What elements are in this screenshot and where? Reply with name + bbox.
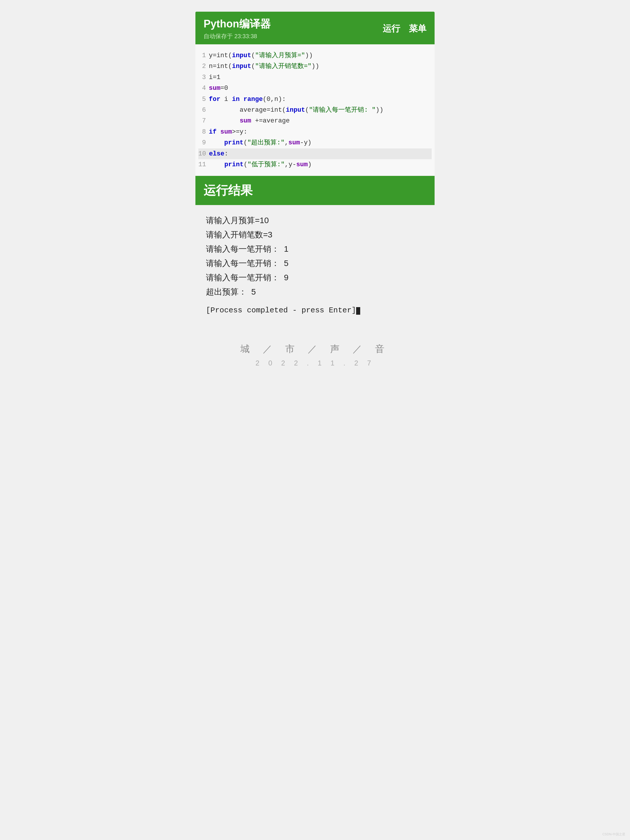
code-content-8: if sum>=y:	[209, 126, 247, 137]
app-title: Python编译器	[204, 17, 271, 31]
code-line-11: 11 print("低于预算:",y-sum)	[198, 159, 432, 170]
code-line-4: 4 sum=0	[198, 83, 432, 94]
app-container: Python编译器 自动保存于 23:33:38 运行 菜单 1 y=int(i…	[196, 12, 434, 325]
code-content-7: sum +=average	[209, 115, 290, 126]
process-text: [Process completed - press Enter]	[206, 306, 356, 315]
line-num-8: 8	[198, 126, 209, 137]
line-num-10: 10	[198, 148, 209, 159]
code-content-10: else:	[209, 148, 228, 159]
code-content-1: y=int(input("请输入月预算="))	[209, 50, 313, 61]
output-line-4: 请输入每一笔开销： 5	[206, 256, 424, 270]
code-line-2: 2 n=int(input("请输入开销笔数="))	[198, 61, 432, 72]
output-line-3: 请输入每一笔开销： 1	[206, 242, 424, 256]
code-content-6: average=int(input("请输入每一笔开销: "))	[209, 105, 383, 115]
code-content-3: i=1	[209, 72, 221, 83]
header-left: Python编译器 自动保存于 23:33:38	[204, 17, 271, 40]
run-button[interactable]: 运行	[383, 23, 400, 35]
code-content-11: print("低于预算:",y-sum)	[209, 159, 311, 170]
line-num-6: 6	[198, 105, 209, 115]
code-content-4: sum=0	[209, 83, 228, 94]
code-line-10: 10 else:	[198, 148, 432, 159]
code-content-5: for i in range(0,n):	[209, 94, 286, 105]
code-line-6: 6 average=int(input("请输入每一笔开销: "))	[198, 105, 432, 115]
line-num-7: 7	[198, 115, 209, 126]
output-line-2: 请输入开销笔数=3	[206, 227, 424, 242]
line-num-1: 1	[198, 50, 209, 61]
line-num-4: 4	[198, 83, 209, 94]
code-editor: 1 y=int(input("请输入月预算=")) 2 n=int(input(…	[196, 44, 434, 176]
code-content-2: n=int(input("请输入开销笔数="))	[209, 61, 319, 72]
process-line: [Process completed - press Enter]	[206, 306, 424, 315]
output-line-6: 超出预算： 5	[206, 285, 424, 299]
footer-title: 城 ／ 市 ／ 声 ／ 音	[196, 343, 434, 355]
output-text-block: 请输入月预算=10 请输入开销笔数=3 请输入每一笔开销： 1 请输入每一笔开销…	[206, 213, 424, 299]
line-num-3: 3	[198, 72, 209, 83]
line-num-11: 11	[198, 159, 209, 170]
cursor	[356, 307, 360, 315]
code-line-1: 1 y=int(input("请输入月预算="))	[198, 50, 432, 61]
header-buttons: 运行 菜单	[383, 23, 426, 35]
line-num-2: 2	[198, 61, 209, 72]
result-title: 运行结果	[204, 183, 253, 197]
menu-button[interactable]: 菜单	[409, 23, 426, 35]
footer: 城 ／ 市 ／ 声 ／ 音 2 0 2 2 . 1 1 . 2 7	[196, 343, 434, 376]
app-header: Python编译器 自动保存于 23:33:38 运行 菜单	[196, 12, 434, 44]
code-line-9: 9 print("超出预算:",sum-y)	[198, 137, 432, 148]
code-line-3: 3 i=1	[198, 72, 432, 83]
code-content-9: print("超出预算:",sum-y)	[209, 137, 311, 148]
code-line-5: 5 for i in range(0,n):	[198, 94, 432, 105]
output-line-5: 请输入每一笔开销： 9	[206, 270, 424, 285]
line-num-5: 5	[198, 94, 209, 105]
output-line-1: 请输入月预算=10	[206, 213, 424, 227]
autosave-text: 自动保存于 23:33:38	[204, 32, 271, 40]
code-line-7: 7 sum +=average	[198, 115, 432, 126]
code-line-8: 8 if sum>=y:	[198, 126, 432, 137]
result-header: 运行结果	[196, 176, 434, 205]
line-num-9: 9	[198, 137, 209, 148]
output-area: 请输入月预算=10 请输入开销笔数=3 请输入每一笔开销： 1 请输入每一笔开销…	[196, 205, 434, 325]
footer-date: 2 0 2 2 . 1 1 . 2 7	[196, 359, 434, 367]
